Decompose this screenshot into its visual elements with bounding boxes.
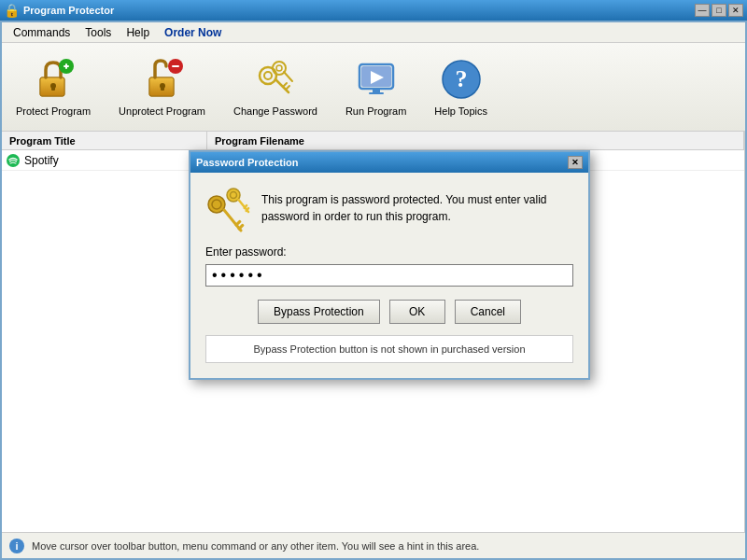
- svg-rect-3: [51, 86, 55, 91]
- close-button[interactable]: ✕: [728, 4, 743, 17]
- svg-rect-6: [65, 63, 67, 69]
- svg-line-16: [283, 83, 287, 87]
- password-dialog: Password Protection ✕: [189, 150, 590, 380]
- dialog-body: This program is password protected. You …: [190, 173, 588, 378]
- menu-order-now[interactable]: Order Now: [157, 24, 229, 41]
- status-bar: i Move cursor over toolbar button, menu …: [2, 532, 745, 558]
- change-password-label: Change Password: [233, 105, 317, 117]
- run-program-icon: [354, 57, 399, 102]
- toolbar-run-program[interactable]: Run Program: [339, 52, 413, 121]
- toolbar-help-topics[interactable]: ? Help Topics: [428, 52, 494, 121]
- dialog-buttons-row: Bypass Protection OK Cancel: [205, 300, 573, 324]
- unprotect-program-icon: [140, 57, 185, 102]
- protect-program-label: Protect Program: [16, 105, 91, 117]
- menu-tools[interactable]: Tools: [78, 24, 119, 41]
- toolbar: Protect Program: [2, 43, 745, 132]
- svg-point-19: [276, 65, 282, 71]
- modal-overlay: Password Protection ✕: [2, 132, 745, 532]
- password-label: Enter password:: [205, 245, 573, 259]
- dialog-close-button[interactable]: ✕: [568, 156, 583, 169]
- svg-rect-24: [373, 89, 380, 92]
- title-bar-buttons: — □ ✕: [695, 4, 743, 17]
- protect-program-icon: [31, 57, 76, 102]
- app-icon: 🔒: [4, 3, 20, 18]
- svg-line-15: [275, 79, 289, 92]
- svg-point-13: [260, 67, 276, 84]
- keys-icon: [205, 188, 250, 232]
- help-topics-icon: ?: [439, 57, 484, 102]
- svg-rect-12: [172, 65, 179, 67]
- menu-bar: Commands Tools Help Order Now: [2, 22, 745, 43]
- content-area: Program Title Program Filename Spotify: [2, 132, 745, 532]
- change-password-icon: [253, 57, 298, 102]
- menu-help[interactable]: Help: [119, 24, 157, 41]
- status-icon: i: [9, 539, 24, 553]
- minimize-button[interactable]: —: [695, 4, 710, 17]
- unprotect-program-label: Unprotect Program: [119, 105, 205, 117]
- bypass-protection-button[interactable]: Bypass Protection: [258, 300, 380, 324]
- dialog-title: Password Protection: [196, 157, 298, 168]
- maximize-button[interactable]: □: [712, 4, 726, 17]
- toolbar-protect-program[interactable]: Protect Program: [9, 52, 97, 121]
- svg-line-17: [286, 86, 289, 90]
- ok-button[interactable]: OK: [389, 300, 445, 324]
- dialog-title-bar: Password Protection ✕: [190, 152, 588, 173]
- cancel-button[interactable]: Cancel: [455, 300, 521, 324]
- password-input[interactable]: [205, 264, 573, 287]
- title-bar: 🔒 Program Protector — □ ✕: [0, 0, 747, 21]
- run-program-label: Run Program: [345, 105, 406, 117]
- svg-rect-10: [161, 86, 164, 91]
- title-bar-left: 🔒 Program Protector: [4, 3, 114, 18]
- app-title: Program Protector: [23, 5, 114, 16]
- bypass-notice: Bypass Protection button is not shown in…: [205, 335, 573, 363]
- help-topics-label: Help Topics: [434, 105, 487, 117]
- dialog-message-row: This program is password protected. You …: [205, 188, 573, 232]
- toolbar-unprotect-program[interactable]: Unprotect Program: [112, 52, 212, 121]
- status-message: Move cursor over toolbar button, menu co…: [32, 540, 479, 552]
- main-window: Commands Tools Help Order Now: [0, 21, 747, 560]
- svg-rect-25: [369, 92, 384, 94]
- menu-commands[interactable]: Commands: [6, 24, 78, 41]
- svg-line-20: [284, 72, 292, 81]
- svg-text:?: ?: [455, 65, 467, 92]
- toolbar-change-password[interactable]: Change Password: [227, 52, 324, 121]
- dialog-message: This program is password protected. You …: [261, 188, 573, 225]
- svg-point-14: [264, 72, 272, 79]
- svg-point-29: [208, 196, 225, 213]
